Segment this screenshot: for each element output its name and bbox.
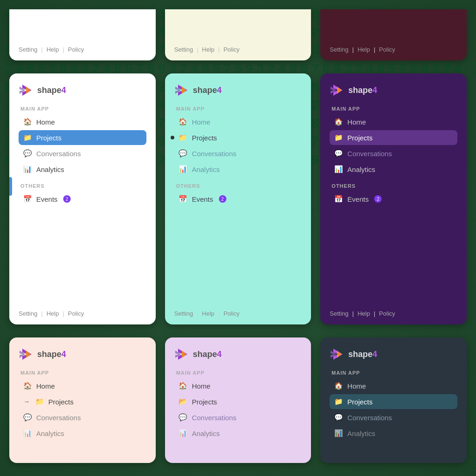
- nav-analytics[interactable]: 📊 Analytics: [330, 162, 457, 177]
- nav-home[interactable]: 🏠 Home: [174, 114, 302, 129]
- setting-link[interactable]: Setting: [19, 46, 37, 53]
- projects-icon: 📁: [334, 133, 343, 142]
- events-badge: 2: [374, 195, 382, 203]
- nav-events[interactable]: 📅 Events 2: [174, 192, 302, 206]
- help-link[interactable]: Help: [202, 310, 215, 317]
- help-link[interactable]: Help: [357, 46, 370, 53]
- analytics-label: Analytics: [192, 430, 220, 437]
- footer-mid-cyan: Setting | Help | Policy: [174, 304, 302, 317]
- card-bot-lavender: shape4 MAIN APP 🏠 Home 📂 Projects 💬 Conv…: [165, 337, 311, 463]
- shape4-logo-icon: [330, 83, 344, 98]
- nav-conversations[interactable]: 💬 Conversations: [330, 410, 457, 425]
- projects-icon: 📂: [179, 397, 187, 406]
- card-top-cream: Setting | Help | Policy: [165, 9, 311, 60]
- conversations-icon: 💬: [23, 413, 32, 422]
- footer-mid-white: Setting | Help | Policy: [19, 304, 146, 317]
- help-link[interactable]: Help: [357, 310, 370, 317]
- main-app-label: MAIN APP: [331, 370, 457, 376]
- events-label: Events: [192, 195, 213, 203]
- events-icon: 📅: [23, 195, 32, 203]
- policy-link[interactable]: Policy: [224, 46, 240, 53]
- nav-analytics[interactable]: 📊 Analytics: [174, 426, 302, 441]
- nav-home[interactable]: 🏠 Home: [19, 378, 146, 393]
- events-badge: 2: [63, 195, 71, 203]
- conversations-label: Conversations: [347, 150, 392, 158]
- home-icon: 🏠: [23, 118, 32, 126]
- nav-home[interactable]: 🏠 Home: [174, 378, 302, 393]
- analytics-icon: 📊: [334, 429, 343, 437]
- conversations-icon: 💬: [179, 413, 187, 422]
- conversations-label: Conversations: [36, 414, 81, 422]
- analytics-label: Analytics: [192, 165, 220, 173]
- logo-cyan: shape4: [174, 83, 302, 98]
- logo-text: shape4: [37, 86, 66, 95]
- home-label: Home: [36, 382, 55, 390]
- projects-label: Projects: [347, 134, 372, 142]
- policy-link[interactable]: Policy: [379, 310, 395, 317]
- policy-link[interactable]: Policy: [68, 46, 84, 53]
- home-label: Home: [192, 118, 211, 126]
- nav-analytics[interactable]: 📊 Analytics: [330, 426, 457, 441]
- conversations-label: Conversations: [36, 150, 81, 158]
- conversations-label: Conversations: [192, 150, 237, 158]
- help-link[interactable]: Help: [46, 46, 59, 53]
- nav-analytics[interactable]: 📊 Analytics: [19, 162, 146, 177]
- footer-cream-top: Setting | Help | Policy: [174, 40, 302, 53]
- analytics-label: Analytics: [347, 165, 375, 173]
- nav-analytics[interactable]: 📊 Analytics: [174, 162, 302, 177]
- nav-home[interactable]: 🏠 Home: [330, 378, 457, 393]
- nav-projects[interactable]: 📁 Projects: [19, 130, 146, 145]
- nav-events[interactable]: 📅 Events 2: [330, 192, 457, 206]
- svg-marker-8: [337, 86, 342, 94]
- logo-white: shape4: [19, 83, 146, 98]
- main-app-label: MAIN APP: [20, 370, 146, 376]
- logo-darkslate: shape4: [330, 347, 457, 362]
- nav-conversations[interactable]: 💬 Conversations: [19, 146, 146, 161]
- nav-events[interactable]: 📅 Events 2: [19, 192, 146, 206]
- projects-label: Projects: [192, 398, 217, 406]
- nav-conversations[interactable]: 💬 Conversations: [174, 146, 302, 161]
- shape4-logo-icon: [330, 347, 344, 362]
- home-label: Home: [192, 382, 211, 390]
- setting-link[interactable]: Setting: [330, 310, 348, 317]
- events-label: Events: [347, 195, 369, 203]
- card-bot-darkslate: shape4 MAIN APP 🏠 Home 📁 Projects 💬 Conv…: [320, 337, 467, 463]
- policy-link[interactable]: Policy: [68, 310, 84, 317]
- logo-peach: shape4: [19, 347, 146, 362]
- help-link[interactable]: Help: [46, 310, 59, 317]
- svg-marker-14: [182, 350, 186, 358]
- nav-projects[interactable]: 📁 Projects: [174, 130, 302, 145]
- others-label: OTHERS: [331, 183, 457, 189]
- nav-projects[interactable]: → 📁 Projects: [19, 394, 146, 409]
- card-mid-white: shape4 MAIN APP 🏠 Home 📁 Projects 💬 Conv…: [9, 73, 156, 324]
- others-label: OTHERS: [20, 183, 146, 189]
- nav-conversations[interactable]: 💬 Conversations: [19, 410, 146, 425]
- nav-conversations[interactable]: 💬 Conversations: [330, 146, 457, 161]
- main-app-label: MAIN APP: [176, 370, 302, 376]
- nav-home[interactable]: 🏠 Home: [19, 114, 146, 129]
- nav-projects[interactable]: 📁 Projects: [330, 130, 457, 145]
- main-app-label: MAIN APP: [20, 106, 146, 112]
- analytics-label: Analytics: [347, 430, 375, 437]
- nav-home[interactable]: 🏠 Home: [330, 114, 457, 129]
- nav-analytics[interactable]: 📊 Analytics: [19, 426, 146, 441]
- conversations-label: Conversations: [192, 414, 237, 422]
- nav-projects[interactable]: 📂 Projects: [174, 394, 302, 409]
- card-top-white: Setting | Help | Policy: [9, 9, 156, 60]
- projects-icon: 📁: [23, 133, 32, 142]
- logo-purple: shape4: [330, 83, 457, 98]
- policy-link[interactable]: Policy: [224, 310, 240, 317]
- events-icon: 📅: [334, 195, 343, 203]
- setting-link[interactable]: Setting: [330, 46, 348, 53]
- footer-white-top: Setting | Help | Policy: [19, 40, 146, 53]
- policy-link[interactable]: Policy: [379, 46, 395, 53]
- help-link[interactable]: Help: [202, 46, 215, 53]
- setting-link[interactable]: Setting: [174, 46, 193, 53]
- projects-icon: 📁: [35, 397, 44, 406]
- nav-conversations[interactable]: 💬 Conversations: [174, 410, 302, 425]
- card-grid: Setting | Help | Policy Setting | Help |…: [0, 0, 476, 476]
- conversations-label: Conversations: [347, 414, 392, 422]
- setting-link[interactable]: Setting: [174, 310, 193, 317]
- nav-projects[interactable]: 📁 Projects: [330, 394, 457, 409]
- setting-link[interactable]: Setting: [19, 310, 37, 317]
